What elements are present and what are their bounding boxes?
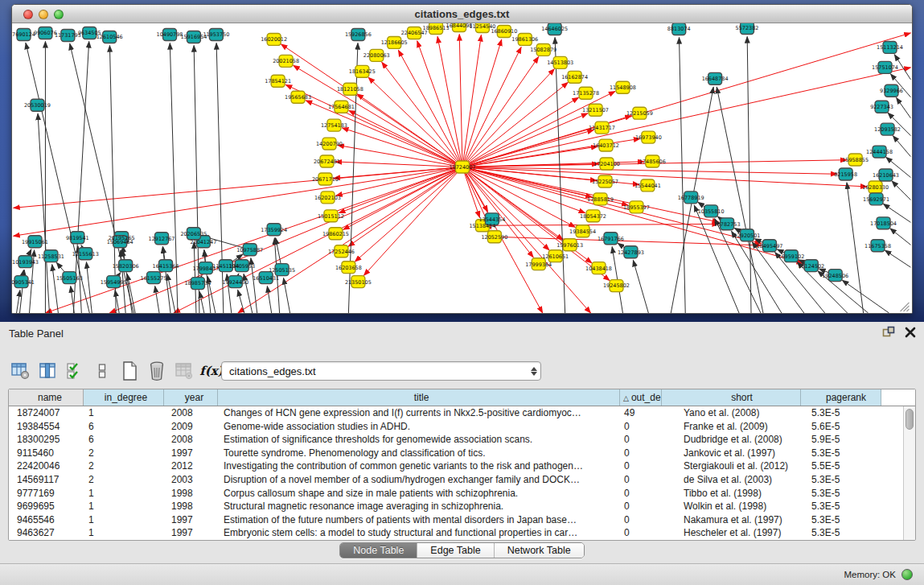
table-cell[interactable]: 6: [84, 433, 164, 447]
table-cell[interactable]: Estimation of significance thresholds fo…: [218, 433, 620, 447]
graph-edge-black[interactable]: [890, 229, 911, 245]
table-cell[interactable]: de Silva et al. (2003): [662, 473, 801, 487]
table-cell[interactable]: 1: [84, 513, 164, 527]
table-row[interactable]: 946362711997Embryonic stem cells: a mode…: [9, 526, 903, 540]
table-cell[interactable]: 5.5E-5: [801, 459, 881, 473]
table-row[interactable]: 1872400712008Changes of HCN gene express…: [9, 406, 903, 420]
function-builder-button[interactable]: f(x): [199, 360, 224, 382]
column-header-out-degree[interactable]: △out_de…: [620, 389, 662, 406]
table-cell[interactable]: Corpus callosum shape and size in male p…: [218, 487, 620, 501]
table-cell[interactable]: 0: [620, 487, 662, 501]
table-cell[interactable]: 1: [84, 406, 164, 420]
close-panel-icon[interactable]: [905, 327, 916, 338]
graph-edge-black[interactable]: [86, 262, 92, 313]
table-cell[interactable]: 0: [620, 447, 662, 460]
table-cell[interactable]: 49: [620, 406, 662, 420]
table-cell[interactable]: Structural magnetic resonance image aver…: [218, 500, 620, 513]
graph-edge-red[interactable]: [462, 82, 568, 167]
table-cell[interactable]: Dudbridge et al. (2008): [662, 433, 801, 447]
graph-edge-red[interactable]: [348, 167, 462, 247]
create-column-button[interactable]: [117, 360, 142, 382]
table-cell[interactable]: 2009: [164, 420, 218, 434]
table-row[interactable]: 1830029562008Estimation of significance …: [9, 433, 903, 447]
graph-edge-black[interactable]: [717, 87, 763, 313]
table-cell[interactable]: 2008: [164, 433, 218, 447]
table-cell[interactable]: 9699695: [9, 500, 84, 513]
table-cell[interactable]: 1998: [164, 487, 218, 501]
table-row[interactable]: 969969511998Structural magnetic resonanc…: [9, 500, 903, 513]
table-row[interactable]: 977716911998Corpus callosum shape and si…: [9, 487, 903, 501]
table-row[interactable]: 1456911722003Disruption of a novel membe…: [9, 473, 903, 487]
table-cell[interactable]: 6: [84, 420, 164, 434]
table-row[interactable]: 1938455462009Genome-wide association stu…: [9, 420, 903, 434]
table-cell[interactable]: 5.3E-5: [801, 513, 881, 527]
graph-edge-red[interactable]: [382, 62, 462, 167]
table-cell[interactable]: 9463627: [9, 526, 84, 540]
table-cell[interactable]: 5.3E-5: [801, 487, 881, 501]
row-options-button[interactable]: [90, 360, 114, 382]
graph-edge-black[interactable]: [893, 136, 910, 157]
graph-edge-black[interactable]: [170, 43, 178, 313]
graph-edge-red[interactable]: [336, 167, 462, 196]
graph-edge-red[interactable]: [495, 237, 762, 245]
table-row[interactable]: 911546021997Tourette syndrome. Phenomeno…: [9, 447, 903, 460]
graph-edge-red[interactable]: [238, 167, 462, 313]
table-cell[interactable]: 1997: [164, 526, 218, 540]
table-cell[interactable]: Yano et al. (2008): [662, 406, 801, 420]
graph-edge-red[interactable]: [281, 44, 462, 167]
table-cell[interactable]: 1997: [164, 513, 218, 527]
table-selector-dropdown[interactable]: citations_edges.txt: [221, 361, 541, 381]
table-cell[interactable]: 0: [620, 500, 662, 513]
table-cell[interactable]: 2: [84, 447, 164, 460]
graph-edge-black[interactable]: [155, 286, 159, 313]
table-cell[interactable]: 5.3E-5: [801, 526, 881, 540]
graph-edge-black[interactable]: [199, 291, 204, 313]
table-cell[interactable]: 0: [620, 459, 662, 473]
graph-edge-black[interactable]: [52, 265, 59, 313]
tab-edge-table[interactable]: Edge Table: [417, 543, 493, 558]
network-window[interactable]: citations_edges.txt 18724007181210581756…: [11, 4, 913, 314]
table-cell[interactable]: 0: [620, 513, 662, 527]
table-row[interactable]: 946554611997Estimation of the future num…: [9, 513, 903, 527]
table-cell[interactable]: Tibbo et al. (1998): [662, 487, 801, 501]
table-cell[interactable]: 9777169: [9, 487, 84, 501]
tab-node-table[interactable]: Node Table: [340, 543, 417, 558]
graph-edge-red[interactable]: [462, 68, 554, 167]
graph-edge-black[interactable]: [747, 36, 751, 313]
graph-edge-black[interactable]: [26, 43, 89, 313]
column-header-title[interactable]: title: [218, 389, 620, 406]
column-header-year[interactable]: year: [164, 389, 218, 406]
table-cell[interactable]: Franke et al. (2009): [662, 420, 801, 434]
table-row[interactable]: 2242004622012Investigating the contribut…: [9, 459, 903, 473]
graph-edge-black[interactable]: [71, 286, 75, 313]
table-cell[interactable]: 0: [620, 420, 662, 434]
graph-edge-red[interactable]: [437, 36, 462, 167]
table-cell[interactable]: 5.3E-5: [801, 406, 881, 420]
graph-edge-black[interactable]: [284, 278, 290, 313]
table-cell[interactable]: Investigating the contribution of common…: [218, 459, 620, 473]
graph-edge-black[interactable]: [238, 290, 244, 313]
memory-status-icon[interactable]: [901, 569, 913, 580]
table-cell[interactable]: 5.3E-5: [801, 473, 881, 487]
table-cell[interactable]: 9465546: [9, 513, 84, 527]
resize-grip-icon[interactable]: [900, 303, 909, 311]
table-cell[interactable]: 5.3E-5: [801, 447, 881, 460]
table-cell[interactable]: Wolkin et al. (1998): [662, 500, 801, 513]
table-cell[interactable]: 2: [84, 473, 164, 487]
table-cell[interactable]: Stergiakouli et al. (2012): [662, 459, 801, 473]
table-cell[interactable]: Genome-wide association studies in ADHD.: [218, 420, 620, 434]
table-cell[interactable]: 2012: [164, 459, 218, 473]
graph-edge-red[interactable]: [462, 68, 910, 167]
column-header-pagerank[interactable]: pagerank: [801, 389, 881, 406]
table-cell[interactable]: Tourette syndrome. Phenomenology and cla…: [218, 447, 620, 460]
table-cell[interactable]: 5.3E-5: [801, 500, 881, 513]
table-cell[interactable]: 1997: [164, 447, 218, 460]
table-cell[interactable]: Estimation of the future numbers of pati…: [218, 513, 620, 527]
network-canvas[interactable]: 1872400718121058175646811275418314200790…: [12, 23, 912, 313]
graph-edge-red[interactable]: [294, 65, 462, 167]
table-cell[interactable]: Hescheler et al. (1997): [662, 526, 801, 540]
table-cell[interactable]: 0: [620, 526, 662, 540]
table-cell[interactable]: Nakamura et al. (1997): [662, 513, 801, 527]
table-cell[interactable]: Disruption of a novel member of a sodium…: [218, 473, 620, 487]
graph-edge-red[interactable]: [462, 167, 867, 187]
